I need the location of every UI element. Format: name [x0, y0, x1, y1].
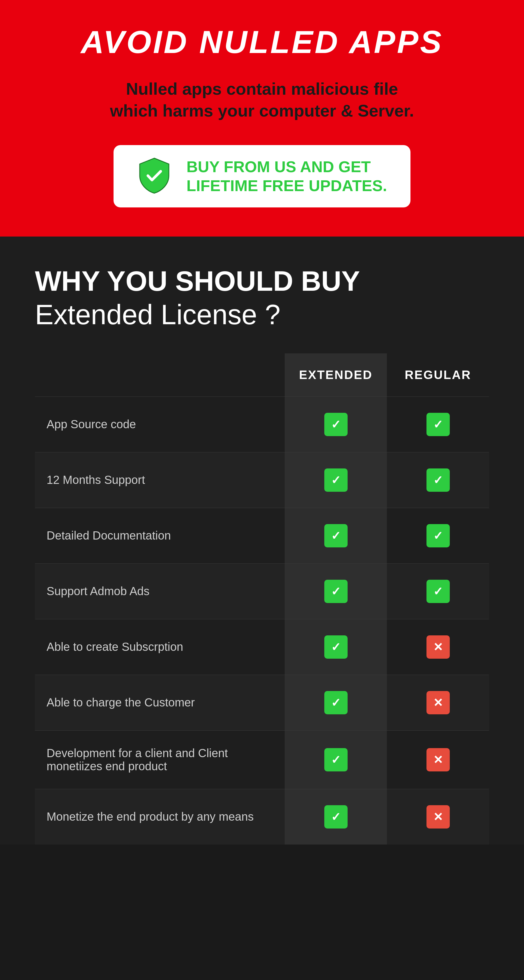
regular-cell [387, 563, 489, 619]
why-title-normal: Extended License ? [35, 299, 489, 330]
col-extended-header: EXTENDED [285, 353, 387, 397]
check-icon [324, 691, 348, 714]
feature-cell: Able to create Subscrption [35, 619, 285, 675]
feature-cell: Detailed Documentation [35, 508, 285, 563]
table-row: Detailed Documentation [35, 508, 489, 563]
extended-cell [285, 675, 387, 730]
regular-cell [387, 508, 489, 563]
check-icon [427, 468, 450, 492]
col-feature-header [35, 353, 285, 397]
extended-cell [285, 508, 387, 563]
comparison-table: EXTENDED REGULAR App Source code12 Month… [35, 353, 489, 845]
feature-cell: Development for a client and Client mone… [35, 730, 285, 789]
check-icon [324, 580, 348, 603]
feature-cell: 12 Months Support [35, 452, 285, 508]
check-icon [324, 468, 348, 492]
check-icon [324, 748, 348, 772]
table-row: Monetize the end product by any means [35, 789, 489, 845]
check-icon [324, 413, 348, 436]
check-icon [324, 524, 348, 547]
feature-cell: Monetize the end product by any means [35, 789, 285, 845]
table-row: App Source code [35, 396, 489, 452]
check-icon [427, 413, 450, 436]
badge-text: BUY FROM US AND GET LIFETIME FREE UPDATE… [186, 158, 387, 195]
cross-icon [427, 748, 450, 772]
check-icon [427, 580, 450, 603]
badge-box: BUY FROM US AND GET LIFETIME FREE UPDATE… [114, 145, 410, 207]
regular-cell [387, 619, 489, 675]
table-row: Able to create Subscrption [35, 619, 489, 675]
extended-cell [285, 563, 387, 619]
header-title: AVOID NULLED APPS [58, 23, 466, 60]
cross-icon [427, 691, 450, 714]
cross-icon [427, 805, 450, 829]
check-icon [427, 524, 450, 547]
table-body: App Source code12 Months SupportDetailed… [35, 396, 489, 845]
feature-cell: Able to charge the Customer [35, 675, 285, 730]
table-row: Development for a client and Client mone… [35, 730, 489, 789]
why-title-bold: WHY YOU SHOULD BUY [35, 266, 489, 297]
check-icon [324, 805, 348, 829]
regular-cell [387, 730, 489, 789]
regular-cell [387, 675, 489, 730]
extended-cell [285, 396, 387, 452]
shield-check-icon [137, 157, 172, 196]
dark-section: WHY YOU SHOULD BUY Extended License ? EX… [0, 237, 524, 845]
check-icon [324, 635, 348, 659]
table-header-row: EXTENDED REGULAR [35, 353, 489, 397]
regular-cell [387, 789, 489, 845]
extended-cell [285, 619, 387, 675]
extended-cell [285, 452, 387, 508]
feature-cell: App Source code [35, 396, 285, 452]
regular-cell [387, 396, 489, 452]
feature-cell: Support Admob Ads [35, 563, 285, 619]
header-section: AVOID NULLED APPS Nulled apps contain ma… [0, 0, 524, 237]
header-subtitle: Nulled apps contain malicious file which… [58, 78, 466, 122]
extended-cell [285, 730, 387, 789]
table-row: 12 Months Support [35, 452, 489, 508]
table-row: Support Admob Ads [35, 563, 489, 619]
extended-cell [285, 789, 387, 845]
col-regular-header: REGULAR [387, 353, 489, 397]
regular-cell [387, 452, 489, 508]
cross-icon [427, 635, 450, 659]
table-row: Able to charge the Customer [35, 675, 489, 730]
